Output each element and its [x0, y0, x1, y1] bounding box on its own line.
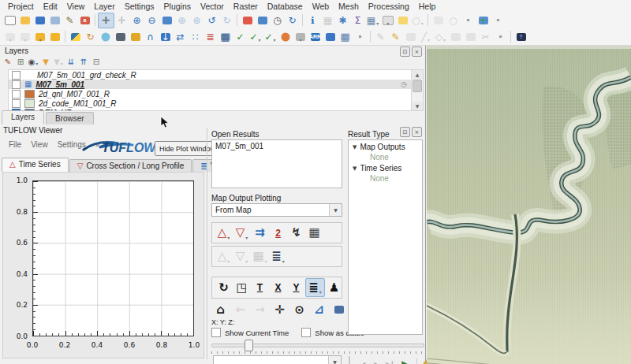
overflow-4-icon[interactable]: » [493, 30, 508, 44]
tab-cross-section-long-profile[interactable]: ▽Cross Section / Long Profile [69, 159, 192, 172]
result-item[interactable]: M07_5m_001 [212, 140, 342, 152]
cube-3d-icon[interactable] [128, 30, 143, 44]
tcf-points-icon[interactable]: ∷ [188, 30, 203, 44]
layer-visibility-checkbox[interactable] [12, 90, 21, 98]
freeze-x-axis-icon[interactable]: X [269, 279, 287, 296]
plot-config-icon[interactable]: ⊿ [310, 301, 328, 318]
scroll-down-icon[interactable]: ▼ [412, 102, 423, 110]
freeze-y-axis-icon[interactable]: Y [287, 279, 305, 296]
tab-time-series[interactable]: △Time Series [2, 158, 69, 172]
menu-database[interactable]: Database [263, 1, 308, 12]
options-gear-icon[interactable]: ✱ [335, 13, 350, 28]
new-bookmark-icon[interactable] [240, 13, 255, 28]
clear-plot-icon[interactable]: ◳ [233, 279, 251, 296]
layer-visibility-checkbox[interactable] [12, 99, 21, 108]
layer-pin-icon[interactable] [47, 30, 62, 44]
overflow-2-icon[interactable]: » [491, 13, 506, 28]
tree-item[interactable]: ▼Time Series [349, 162, 422, 173]
check-validity-icon[interactable]: ✓▾ [248, 30, 263, 44]
temporal-controller-icon[interactable]: ◷ [270, 13, 285, 28]
layer-visibility-checkbox[interactable] [12, 80, 21, 89]
show-current-time-checkbox[interactable]: Show Current Time [211, 328, 289, 337]
flood-modeller-icon[interactable] [323, 30, 338, 44]
osm-tools-icon[interactable]: ↻ [83, 30, 98, 44]
filter-legend-icon[interactable]: ▼ [39, 56, 52, 68]
tab-layers[interactable]: Layers [2, 110, 44, 124]
float-panel-icon[interactable]: ⊡ [400, 127, 410, 137]
tuflow-menu-file[interactable]: File [5, 140, 25, 149]
step-forward-button[interactable]: > [373, 360, 378, 364]
flux-secondary-axis-icon[interactable]: ↯ [287, 225, 305, 242]
menu-vector[interactable]: Vector [196, 1, 229, 12]
menu-project[interactable]: Project [3, 1, 39, 12]
help-icon[interactable]: ? [513, 30, 528, 44]
menu-plugins[interactable]: Plugins [159, 1, 196, 12]
plot-cross-section-icon[interactable]: ▽▾ [233, 225, 251, 242]
close-panel-icon[interactable]: × [412, 46, 422, 57]
slider-handle[interactable] [245, 340, 253, 351]
checkbox-box[interactable] [211, 328, 221, 337]
slider-track[interactable] [211, 344, 424, 347]
raster-grid-icon[interactable]: ▦ [218, 30, 233, 44]
save-project-as-icon[interactable] [47, 13, 62, 28]
plot-table-icon[interactable]: ▦ [305, 225, 323, 242]
zoom-full-icon[interactable] [159, 13, 174, 28]
freeze-axis-icon[interactable]: T [251, 279, 269, 296]
add-layers-icon[interactable]: + [476, 13, 491, 28]
select-arrow-icon[interactable] [113, 30, 128, 44]
step-back-button[interactable]: < [361, 360, 366, 364]
tab-browser[interactable]: Browser [46, 112, 94, 124]
quickmap-globe-icon[interactable] [98, 30, 113, 44]
layer-visibility-checkbox[interactable] [12, 71, 21, 80]
map-refresh-icon[interactable]: ↻ [285, 13, 300, 28]
plot-timeseries-icon[interactable]: △▾ [215, 225, 233, 242]
map-tips-icon[interactable] [395, 13, 410, 28]
map-canvas[interactable] [427, 46, 631, 364]
expand-all-icon[interactable]: ⇊ [65, 56, 77, 68]
tree-expand-icon[interactable]: ▼ [353, 165, 357, 172]
secondary-axis-icon[interactable]: 2 [269, 225, 287, 242]
menu-processing[interactable]: Processing [364, 1, 414, 12]
tree-item[interactable]: ▼Map Outputs [349, 140, 422, 151]
manage-map-themes-icon[interactable]: ◉▾ [27, 56, 39, 68]
zoom-last-icon[interactable]: ↺ [204, 13, 219, 28]
step-first-button[interactable]: |< [347, 355, 354, 364]
layer-row[interactable]: M07_5m_001_grd_check_R [9, 70, 423, 80]
open-results-list[interactable]: M07_5m_001 [211, 139, 342, 188]
arr-tool-icon[interactable]: ARR [308, 30, 323, 44]
layer-row[interactable]: 2d_code_M01_001_R [9, 98, 423, 108]
menu-layer[interactable]: Layer [89, 1, 119, 12]
map-output-combo[interactable]: From Map ▼ [211, 203, 342, 217]
check-1d-icon[interactable]: ✓▾ [263, 30, 278, 44]
panel-splitter[interactable] [207, 128, 207, 359]
cursor-tracking-icon[interactable]: ♟ [325, 279, 343, 296]
float-panel-icon[interactable]: ⊡ [400, 46, 410, 57]
open-project-icon[interactable] [17, 13, 32, 28]
menu-mesh[interactable]: Mesh [334, 1, 364, 12]
menu-web[interactable]: Web [308, 1, 334, 12]
tuflow-menu-view[interactable]: View [27, 140, 52, 149]
step-last-button[interactable]: >| [385, 360, 394, 364]
layer-row[interactable]: ▦M07_5m_001◷ [9, 80, 423, 89]
tree-child-item[interactable]: None [349, 151, 422, 162]
add-group-icon[interactable]: ⊞ [14, 56, 27, 68]
menu-edit[interactable]: Edit [39, 1, 62, 12]
import-tool-icon[interactable]: ⇄ [173, 30, 188, 44]
open-layer-styling-icon[interactable]: ✎ [2, 56, 14, 68]
play-button[interactable]: ▶ [401, 358, 409, 364]
scroll-up-icon[interactable]: ▲ [412, 70, 423, 79]
refresh-plot-icon[interactable]: ↻ [215, 279, 233, 296]
show-bookmarks-icon[interactable] [255, 13, 270, 28]
toggle-editing-icon[interactable]: ✎ [388, 30, 403, 44]
project-properties-icon[interactable]: ✎ [62, 13, 77, 28]
plot-legend-options-icon[interactable]: ≣▾ [269, 248, 287, 266]
chevron-down-icon[interactable]: ▼ [328, 356, 341, 364]
statistics-sigma-icon[interactable]: Σ [350, 13, 365, 28]
menu-settings[interactable]: Settings [120, 1, 159, 12]
nav-zoom-icon[interactable]: ⊙ [290, 301, 308, 318]
plot-flux-line-icon[interactable]: ⇉ [251, 225, 269, 242]
plot-figure[interactable]: 0.00.20.40.60.81.0 1.00.80.60.40.20.0 [2, 172, 204, 358]
menu-help[interactable]: Help [414, 1, 441, 12]
tree-expand-icon[interactable]: ▼ [353, 144, 357, 150]
identify-features-icon[interactable]: ℹ [305, 13, 320, 28]
